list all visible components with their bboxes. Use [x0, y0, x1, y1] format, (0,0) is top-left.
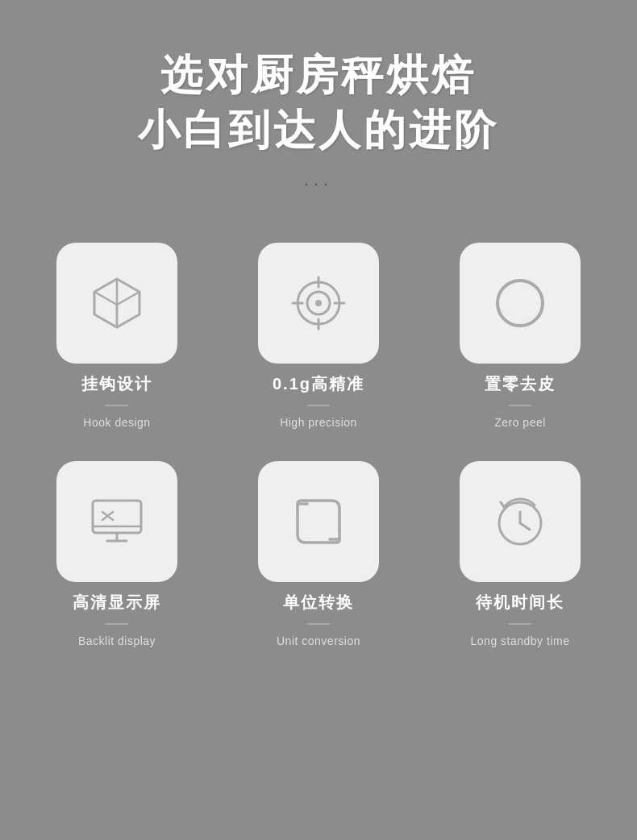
feature-zero-peel: 置零去皮 Zero peel	[443, 243, 597, 429]
box-icon	[85, 271, 149, 335]
high-precision-chinese: 0.1g高精准	[273, 373, 364, 395]
svg-line-3	[117, 292, 139, 305]
zero-peel-english: Zero peel	[494, 416, 546, 429]
long-standby-divider	[509, 623, 531, 625]
backlit-display-english: Backlit display	[78, 634, 156, 647]
feature-unit-conversion: 单位转换 Unit conversion	[242, 461, 395, 647]
feature-long-standby: 待机时间长 Long standby time	[443, 461, 597, 647]
hook-design-english: Hook design	[83, 416, 150, 429]
svg-line-2	[94, 292, 117, 305]
target-icon	[286, 271, 351, 335]
circle-icon	[488, 271, 552, 335]
feature-high-precision: 0.1g高精准 High precision	[242, 243, 395, 429]
svg-line-21	[520, 523, 530, 530]
title-section: 选对厨房秤烘焙 小白到达人的进阶 ···	[138, 48, 499, 218]
long-standby-chinese: 待机时间长	[476, 592, 564, 613]
backlit-display-chinese: 高清显示屏	[73, 592, 161, 613]
title-line-2: 小白到达人的进阶	[138, 103, 499, 158]
zero-peel-icon-box	[460, 243, 581, 364]
hook-design-chinese: 挂钩设计	[81, 373, 152, 395]
hook-design-icon-box	[56, 243, 177, 364]
svg-point-12	[498, 281, 543, 326]
monitor-icon	[85, 489, 149, 554]
long-standby-icon-box	[460, 461, 581, 582]
features-grid: 挂钩设计 Hook design 0.1g高精准 High precision	[40, 243, 597, 647]
backlit-display-divider	[106, 623, 128, 625]
long-standby-english: Long standby time	[471, 634, 570, 647]
unit-conversion-chinese: 单位转换	[283, 592, 354, 613]
unit-conversion-english: Unit conversion	[277, 634, 360, 647]
high-precision-divider	[307, 405, 330, 406]
high-precision-english: High precision	[280, 416, 357, 429]
unit-conversion-icon-box	[258, 461, 379, 582]
svg-rect-13	[93, 501, 141, 533]
zero-peel-divider	[509, 405, 531, 406]
feature-backlit-display: 高清显示屏 Backlit display	[40, 461, 194, 647]
zero-peel-chinese: 置零去皮	[485, 373, 556, 395]
high-precision-icon-box	[258, 243, 379, 364]
feature-hook-design: 挂钩设计 Hook design	[40, 243, 194, 429]
svg-point-7	[315, 300, 322, 306]
decorative-dots: ···	[138, 173, 499, 194]
hook-design-divider	[106, 405, 128, 406]
unit-conversion-divider	[307, 623, 330, 625]
refresh-icon	[286, 489, 351, 554]
backlit-display-icon-box	[56, 461, 177, 582]
clock-icon	[488, 489, 552, 554]
title-line-1: 选对厨房秤烘焙	[138, 48, 499, 103]
